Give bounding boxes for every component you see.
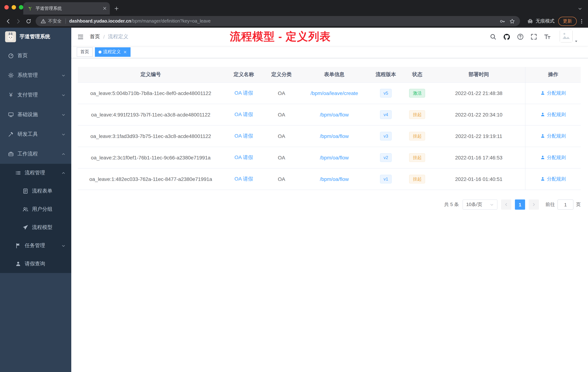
- caret-down-icon: [574, 39, 578, 43]
- cell-definition-id: oa_leave:2:3c1f0ef1-76b1-11ec-9c66-a2380…: [78, 147, 224, 168]
- sidebar-item-label: 请假查询: [25, 261, 45, 267]
- minimize-window-button[interactable]: [12, 5, 16, 10]
- table-body: oa_leave:5:004b710b-7b8a-11ec-8ef0-acde4…: [78, 82, 581, 190]
- tab-close-icon[interactable]: [103, 6, 107, 11]
- url-divider: [65, 19, 66, 24]
- goto-page: 前往 页: [546, 199, 581, 210]
- assign-rule-link[interactable]: 分配规则: [540, 90, 566, 97]
- sidebar-item[interactable]: 研发工具: [0, 124, 71, 144]
- password-key-icon[interactable]: [500, 18, 505, 24]
- assign-rule-label: 分配规则: [547, 111, 566, 118]
- form-link[interactable]: /bpm/oa/flow: [320, 133, 349, 139]
- status-badge: 挂起: [409, 153, 425, 162]
- page-size-select[interactable]: 10条/页: [462, 199, 497, 210]
- sidebar-item[interactable]: 流程模型: [0, 219, 71, 237]
- chevron-down-icon: [62, 73, 65, 77]
- reload-button[interactable]: [23, 16, 33, 26]
- assign-rule-link[interactable]: 分配规则: [540, 133, 566, 139]
- form-link[interactable]: /bpm/oa/leave/create: [311, 90, 358, 96]
- cell-version: v5: [369, 82, 402, 104]
- sidebar-item[interactable]: 基础设施: [0, 105, 71, 124]
- breadcrumb-home[interactable]: 首页: [90, 33, 100, 40]
- assign-rule-label: 分配规则: [547, 133, 566, 139]
- cell-deploy-time: 2022-01-16 01:40:51: [432, 168, 525, 190]
- definition-name-link[interactable]: OA 请假: [234, 133, 253, 139]
- definition-name-link[interactable]: OA 请假: [234, 176, 253, 182]
- sidebar-item[interactable]: 用户分组: [0, 200, 71, 219]
- cell-form: /bpm/oa/leave/create: [299, 82, 369, 104]
- github-icon[interactable]: [503, 33, 510, 40]
- sidebar-item[interactable]: 流程管理: [0, 164, 71, 182]
- tag-dot: [99, 50, 101, 53]
- chevron-up-icon: [62, 171, 65, 175]
- breadcrumb-current: 流程定义: [108, 33, 128, 40]
- sidebar-item[interactable]: 首页: [0, 46, 71, 66]
- definition-name-link[interactable]: OA 请假: [234, 111, 253, 117]
- url-text: dashboard.yudao.iocoder.cn/bpm/manager/d…: [69, 19, 211, 24]
- sidebar-item-label: 任务管理: [25, 242, 45, 249]
- sidebar-item[interactable]: 流程表单: [0, 182, 71, 200]
- assign-rule-link[interactable]: 分配规则: [540, 111, 566, 118]
- tools-icon: [8, 131, 14, 137]
- back-button[interactable]: [3, 16, 13, 26]
- cell-status: 挂起: [402, 147, 432, 168]
- url-path: /bpm/manager/definition?key=oa_leave: [131, 19, 210, 24]
- help-icon[interactable]: [517, 33, 524, 40]
- bookmark-star-icon[interactable]: [509, 18, 515, 24]
- tag-label: 流程定义: [103, 49, 121, 55]
- tag-active[interactable]: 流程定义: [95, 47, 131, 57]
- user-icon: [15, 261, 21, 267]
- sidebar-item[interactable]: ¥支付管理: [0, 85, 71, 105]
- window-controls: [4, 5, 23, 10]
- cell-action: 分配规则: [525, 125, 581, 147]
- prev-page-button[interactable]: [501, 199, 511, 210]
- form-link[interactable]: /bpm/oa/flow: [320, 176, 349, 182]
- cell-action: 分配规则: [525, 168, 581, 190]
- user-avatar[interactable]: [560, 29, 573, 44]
- search-icon[interactable]: [490, 33, 496, 40]
- update-button[interactable]: 更新: [558, 17, 577, 26]
- goto-page-input[interactable]: [557, 199, 573, 210]
- definition-name-link[interactable]: OA 请假: [234, 90, 253, 96]
- form-link[interactable]: /bpm/oa/flow: [320, 112, 349, 118]
- browser-tab[interactable]: 芋道管理系统: [23, 2, 110, 15]
- tab-title: 芋道管理系统: [36, 5, 100, 11]
- assign-rule-label: 分配规则: [547, 176, 566, 182]
- sidebar-item-label: 用户分组: [32, 206, 52, 213]
- definition-name-link[interactable]: OA 请假: [234, 154, 253, 160]
- browser-menu-button[interactable]: [579, 18, 584, 24]
- close-window-button[interactable]: [4, 5, 9, 10]
- column-header: 定义分类: [264, 67, 299, 82]
- cell-version: v3: [369, 125, 402, 147]
- navbar-actions: [490, 29, 588, 44]
- sidebar-item[interactable]: 任务管理: [0, 237, 71, 255]
- sidebar-item[interactable]: 请假查询: [0, 255, 71, 273]
- close-icon[interactable]: [123, 50, 127, 54]
- breadcrumb-separator: /: [103, 34, 105, 40]
- new-tab-button[interactable]: [111, 3, 121, 13]
- assign-rule-link[interactable]: 分配规则: [540, 176, 566, 182]
- sidebar-item[interactable]: 工作流程: [0, 144, 71, 164]
- zoom-window-button[interactable]: [19, 5, 23, 10]
- user-icon: [540, 134, 545, 139]
- next-page-button[interactable]: [529, 199, 539, 210]
- cell-definition-name: OA 请假: [224, 147, 264, 168]
- sidebar-item[interactable]: 系统管理: [0, 66, 71, 85]
- page-number-button[interactable]: 1: [515, 199, 525, 210]
- fullscreen-icon[interactable]: [531, 33, 537, 40]
- assign-rule-link[interactable]: 分配规则: [540, 154, 566, 161]
- warning-icon: [41, 19, 46, 24]
- forward-button[interactable]: [13, 16, 23, 26]
- form-link[interactable]: /bpm/oa/flow: [320, 155, 349, 161]
- address-bar[interactable]: 不安全 dashboard.yudao.iocoder.cn/bpm/manag…: [36, 16, 520, 26]
- cell-version: v1: [369, 168, 402, 190]
- sidebar-logo[interactable]: 芋道管理系统: [0, 28, 71, 46]
- tag-item[interactable]: 首页: [77, 47, 93, 57]
- cell-form: /bpm/oa/flow: [299, 125, 369, 147]
- tab-search-button[interactable]: [578, 7, 582, 11]
- table-row: oa_leave:3:1fad3d93-7b75-11ec-a3c8-acde4…: [78, 125, 581, 147]
- font-size-icon[interactable]: [544, 33, 551, 40]
- status-badge: 挂起: [409, 110, 425, 119]
- cell-category: OA: [264, 147, 299, 168]
- menu-fold-button[interactable]: [71, 34, 90, 40]
